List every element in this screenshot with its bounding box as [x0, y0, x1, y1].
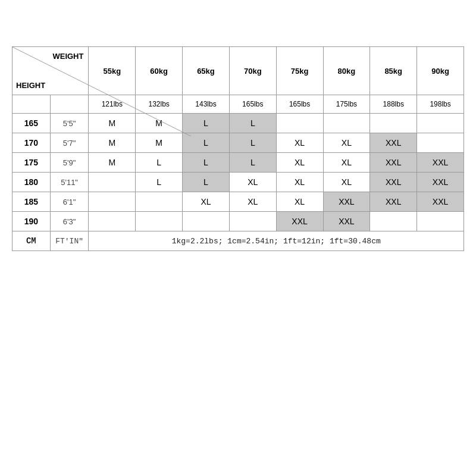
weight-lbs-header-5: 175lbs: [323, 95, 370, 114]
row-5-ft: 6'3": [50, 212, 89, 231]
row-1-size-4: XL: [276, 133, 323, 153]
row-3-cm: 180: [12, 173, 51, 192]
row-5-cm: 190: [12, 212, 51, 231]
row-2-cm: 175: [12, 153, 51, 173]
row-3-size-6: XXL: [370, 173, 417, 192]
weight-lbs-header-6: 188lbs: [370, 95, 417, 114]
svg-line-0: [12, 47, 191, 136]
weight-kg-header-6: 85kg: [370, 47, 417, 95]
row-2-size-2: L: [183, 153, 230, 173]
row-3-ft: 5'11": [50, 173, 89, 192]
row-0-size-7: [417, 114, 464, 133]
row-4-size-7: XXL: [417, 192, 464, 212]
row-2-size-3: L: [229, 153, 276, 173]
weight-kg-header-5: 80kg: [323, 47, 370, 95]
row-4-size-5: XXL: [323, 192, 370, 212]
weight-lbs-header-7: 198lbs: [417, 95, 464, 114]
row-3-size-5: XL: [323, 173, 370, 192]
row-5-size-5: XXL: [323, 212, 370, 231]
table-row: 1755'9"MLLLXLXLXXLXXL: [12, 153, 464, 173]
row-5-size-2: [183, 212, 230, 231]
row-4-ft: 6'1": [50, 192, 89, 212]
row-2-size-0: M: [89, 153, 136, 173]
footer-row: CMFT'IN"1kg=2.2lbs; 1cm=2.54in; 1ft=12in…: [12, 231, 464, 251]
row-2-size-4: XL: [276, 153, 323, 173]
row-2-size-5: XL: [323, 153, 370, 173]
row-3-size-0: [89, 173, 136, 192]
row-3-size-3: XL: [229, 173, 276, 192]
row-1-size-5: XL: [323, 133, 370, 153]
row-3-size-7: XXL: [417, 173, 464, 192]
row-4-size-1: [136, 192, 183, 212]
row-5-size-6: [370, 212, 417, 231]
row-2-ft: 5'9": [50, 153, 89, 173]
row-2-size-1: L: [136, 153, 183, 173]
weight-kg-header-4: 75kg: [276, 47, 323, 95]
row-4-size-3: XL: [229, 192, 276, 212]
row-2-size-6: XXL: [370, 153, 417, 173]
row-5-size-1: [136, 212, 183, 231]
weight-kg-header-3: 70kg: [229, 47, 276, 95]
row-3-size-4: XL: [276, 173, 323, 192]
row-0-size-6: [370, 114, 417, 133]
row-5-size-0: [89, 212, 136, 231]
table-row: 1805'11"LLXLXLXLXXLXXL: [12, 173, 464, 192]
row-0-size-4: [276, 114, 323, 133]
row-0-size-5: [323, 114, 370, 133]
table-row: 1856'1"XLXLXLXXLXXLXXL: [12, 192, 464, 212]
weight-kg-header-7: 90kg: [417, 47, 464, 95]
row-5-size-4: XXL: [276, 212, 323, 231]
weight-lbs-header-4: 165lbs: [276, 95, 323, 114]
row-3-size-1: L: [136, 173, 183, 192]
row-1-size-3: L: [229, 133, 276, 153]
row-4-size-0: [89, 192, 136, 212]
footer-ft-label: FT'IN": [50, 231, 89, 251]
row-2-size-7: XXL: [417, 153, 464, 173]
corner-weight-label: WEIGHT: [52, 52, 83, 61]
row-4-size-6: XXL: [370, 192, 417, 212]
row-4-cm: 185: [12, 192, 51, 212]
row-1-size-6: XXL: [370, 133, 417, 153]
weight-lbs-header-3: 165lbs: [229, 95, 276, 114]
row-0-size-3: L: [229, 114, 276, 133]
corner-height-label: HEIGHT: [16, 81, 45, 90]
corner-cell: WEIGHT HEIGHT: [12, 47, 89, 95]
row-5-size-3: [229, 212, 276, 231]
row-4-size-2: XL: [183, 192, 230, 212]
row-5-size-7: [417, 212, 464, 231]
row-3-size-2: L: [183, 173, 230, 192]
footer-note: 1kg=2.2lbs; 1cm=2.54in; 1ft=12in; 1ft=30…: [89, 231, 464, 251]
row-1-size-7: [417, 133, 464, 153]
row-4-size-4: XL: [276, 192, 323, 212]
footer-cm-label: CM: [12, 231, 51, 251]
table-row: 1906'3"XXLXXL: [12, 212, 464, 231]
size-table: WEIGHT HEIGHT 55kg60kg65kg70kg75kg80kg85…: [12, 46, 464, 251]
